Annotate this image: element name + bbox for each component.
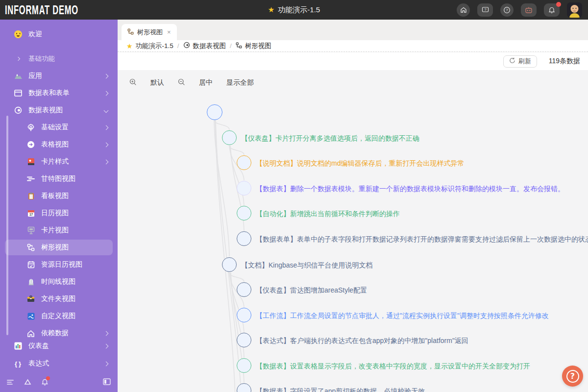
tree-node-label[interactable]: 【数据表】设置表格显示字段后，改变表格中字段的宽度，显示设置中的开关全部变为打开	[256, 362, 530, 371]
notification-badge	[556, 2, 561, 7]
breadcrumb-item-table-views[interactable]: 数据表视图	[183, 42, 226, 50]
tree-node[interactable]	[237, 181, 251, 196]
tab-tree-view[interactable]: 树形视图 ×	[122, 24, 177, 40]
refresh-label: 刷新	[518, 57, 531, 66]
sidebar-item-custom-view[interactable]: 自定义视图	[5, 308, 113, 324]
breadcrumb-separator: /	[177, 42, 179, 49]
help-button[interactable]: ?	[500, 3, 514, 17]
question-icon: ?	[566, 370, 579, 383]
sidebar-item-label: 看板视图	[41, 192, 69, 200]
tree-node[interactable]	[237, 308, 251, 322]
tree-icon	[127, 28, 134, 36]
sidebar-item-expressions[interactable]: { } 表达式	[5, 356, 113, 371]
gantt-bars-icon	[26, 174, 35, 183]
chevron-right-icon	[104, 331, 109, 336]
tree-icon	[236, 42, 242, 50]
tree-node-root[interactable]	[207, 104, 222, 120]
breadcrumb-label: 功能演示-1.5	[136, 42, 173, 50]
sidebar-item-timeline-view[interactable]: 时间线视图	[5, 274, 113, 290]
chevron-right-icon	[104, 343, 109, 348]
breadcrumb-item-workspace[interactable]: ★ 功能演示-1.5	[126, 42, 173, 50]
sidebar-item-welcome[interactable]: 欢迎	[5, 26, 113, 42]
home-button[interactable]	[457, 3, 470, 17]
bell-dot-icon[interactable]	[41, 378, 49, 388]
refresh-icon	[509, 57, 515, 65]
gear-icon	[26, 123, 35, 132]
action-row: 刷新 119条数据	[118, 52, 588, 70]
tree-node[interactable]	[222, 257, 237, 272]
collapse-sidebar-icon[interactable]	[103, 378, 111, 387]
help-fab-button[interactable]: ?	[562, 366, 583, 387]
tree-node-label[interactable]: 【数据表】删除一个数据表模块。重新建一个新的数据表模块标识符和删除的模块一直。发…	[256, 185, 564, 194]
breadcrumb-item-tree-view[interactable]: 树形视图	[236, 42, 271, 50]
sidebar-item-label: 文件夹视图	[41, 294, 75, 303]
user-avatar[interactable]	[567, 2, 582, 18]
chevron-right-icon	[104, 142, 109, 147]
house-icon	[26, 329, 35, 338]
tree-node-label[interactable]: 【数据表】字段设置了app剪切板的数据，必填校验无效	[256, 387, 425, 392]
target-icon	[183, 42, 190, 50]
sidebar-item-gantt-view[interactable]: 甘特图视图	[5, 171, 113, 187]
sidebar-item-card-style[interactable]: 卡片样式	[5, 154, 113, 170]
sidebar-item-dashboard[interactable]: 仪表盘	[5, 338, 113, 354]
home-icon	[460, 6, 467, 13]
sidebar-item-table-views[interactable]: 数据表视图	[5, 102, 113, 118]
sidebar-scrollbar[interactable]	[6, 116, 8, 335]
svg-text:17: 17	[29, 213, 33, 216]
chevron-right-icon	[104, 361, 109, 366]
sidebar-item-basic-settings[interactable]: 基础设置	[5, 120, 113, 135]
tree-node[interactable]	[237, 231, 251, 246]
sidebar-item-basic-functions[interactable]: 基础功能	[5, 51, 113, 67]
tree-node[interactable]	[237, 206, 251, 220]
tree-node-label[interactable]: 【仪表盘】卡片打开分离多选值选项后，返回的数据不正确	[241, 134, 419, 143]
sidebar-item-label: 基础设置	[41, 123, 69, 132]
top-header: INFORMAT DEMO ★ 功能演示-1.5 ? ?	[0, 0, 588, 20]
svg-text:?: ?	[506, 8, 508, 12]
tree-node-label[interactable]: 【数据表单】表单中的子表字段和打开数据记录列表打开的数据弹窗需要支持过滤后保留上…	[256, 235, 588, 244]
sidebar-item-grid-view[interactable]: 表格视图	[5, 137, 113, 152]
chevron-down-icon	[104, 108, 109, 113]
sidebar-item-label: 甘特图视图	[41, 174, 75, 183]
tree-node-label[interactable]: 【工作流】工作流全局设置的节点审批人，通过"流程实例执行设置"调整时支持按照条件…	[256, 312, 549, 320]
sidebar-item-folder-view[interactable]: 文件夹视图	[5, 291, 113, 307]
tree-canvas[interactable]: 默认 居中 显示全部	[118, 70, 588, 392]
sidebar-item-resource-calendar-view[interactable]: 资源日历视图	[5, 257, 113, 272]
timeline-clock-icon	[26, 277, 35, 286]
tree-node-label[interactable]: 【说明文档】说明文档的md编辑器保存后，重新打开会出现样式异常	[256, 159, 464, 168]
target-icon	[14, 106, 23, 115]
tree-node[interactable]	[222, 130, 237, 145]
tree-node[interactable]	[237, 358, 251, 373]
feedback-icon: ?	[482, 6, 489, 13]
sidebar-item-kanban-view[interactable]: 看板视图	[5, 188, 113, 204]
tree-node-label[interactable]: 【文档】Kingbase与织信平台使用说明文档	[241, 261, 372, 270]
feedback-button[interactable]: ?	[477, 3, 493, 17]
tree-node[interactable]	[237, 333, 251, 347]
breadcrumb: ★ 功能演示-1.5 / 数据表视图 / 树形视图	[118, 40, 588, 52]
robot-assistant-button[interactable]	[521, 3, 537, 17]
sidebar-item-calendar-view[interactable]: 17 日历视图	[5, 205, 113, 221]
braces-icon: { }	[14, 359, 23, 368]
arrow-circle-icon	[26, 140, 35, 149]
refresh-button[interactable]: 刷新	[503, 55, 537, 68]
tree-node[interactable]	[237, 282, 251, 297]
tree-node-label[interactable]: 【表达式】客户端执行的表达式在包含app对象的中增加"platform"返回	[256, 337, 468, 345]
sidebar-item-label: 数据表和表单	[28, 89, 70, 98]
sidebar-item-label: 欢迎	[28, 30, 42, 39]
tree-node[interactable]	[237, 155, 251, 170]
sidebar-item-apps[interactable]: 应用	[5, 68, 113, 84]
close-icon[interactable]: ×	[167, 28, 171, 36]
tree-node-label[interactable]: 【自动化】新增跳出当前循环和条件判断的操作	[256, 210, 400, 219]
sidebar-item-card-view[interactable]: 卡片视图	[5, 222, 113, 238]
calendar-outline-icon	[26, 260, 35, 269]
sidebar-item-label: 应用	[28, 72, 42, 80]
sidebar-item-tree-view[interactable]: 树形视图	[5, 240, 113, 255]
triangle-icon[interactable]	[24, 378, 31, 387]
notifications-button[interactable]	[544, 3, 560, 17]
table-frame-icon	[14, 89, 23, 98]
sidebar-item-label: 时间线视图	[41, 277, 75, 286]
list-icon[interactable]	[7, 378, 14, 387]
tree-node-label[interactable]: 【仪表盘】雷达图增加areaStyle配置	[256, 286, 367, 295]
svg-text:?: ?	[484, 7, 486, 12]
chevron-right-icon	[104, 74, 109, 78]
sidebar-item-tables-forms[interactable]: 数据表和表单	[5, 85, 113, 101]
